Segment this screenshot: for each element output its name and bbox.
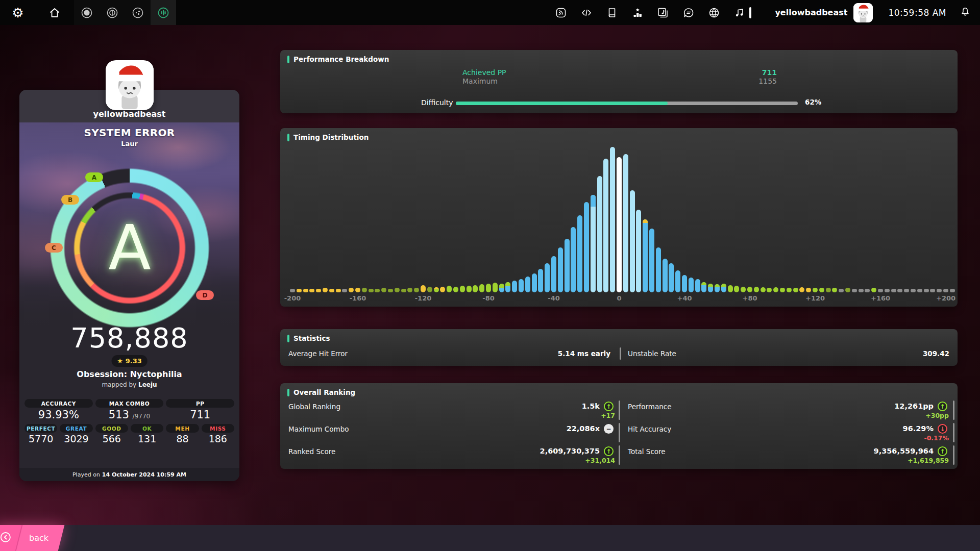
histogram-bar [663, 259, 668, 292]
histogram-bar [669, 263, 674, 292]
username-button[interactable]: yellowbadbeast [775, 8, 847, 17]
divider [953, 445, 954, 465]
judgement-value-good: 566 [95, 433, 128, 444]
histogram-bar [754, 287, 759, 292]
histogram-bar [369, 289, 374, 292]
histogram-bar [558, 247, 563, 292]
histogram-bar [904, 289, 909, 292]
histogram-bar [597, 176, 602, 292]
histogram-bar [741, 287, 746, 292]
trend-same-icon: − [604, 424, 614, 434]
histogram-bar [839, 289, 844, 292]
panel-accent-tick [287, 335, 289, 342]
histogram-bar [924, 289, 929, 292]
judgement-value-ok: 131 [131, 433, 163, 444]
histogram-bar [473, 285, 478, 292]
back-chevron-icon [0, 531, 12, 545]
histogram-bar [467, 286, 472, 292]
histogram-bar [845, 288, 850, 292]
histogram-bar [297, 289, 302, 292]
ranking-value: 9,356,559,964 [780, 447, 934, 455]
axis-tick-label: -160 [350, 294, 366, 302]
histogram-bar [701, 282, 706, 292]
beatmaps-icon[interactable] [650, 0, 676, 25]
chat-icon[interactable] [676, 0, 701, 25]
ruleset-taiko-icon[interactable] [100, 0, 125, 25]
histogram-bar [290, 289, 295, 292]
score-summary-panel: yellowbadbeast SYSTEM ERROR Laur A ABCD … [19, 90, 239, 481]
pp-value: 711 [166, 409, 234, 421]
histogram-bar [381, 288, 386, 292]
notifications-bell-icon[interactable] [960, 6, 971, 19]
user-avatar[interactable] [853, 3, 873, 22]
ranking-label: Ranked Score [288, 447, 335, 456]
histogram-bar [708, 284, 713, 292]
star-icon: ★ [117, 357, 123, 365]
histogram-bar [715, 284, 720, 292]
histogram-bar [407, 288, 412, 292]
now-playing-icon[interactable] [727, 0, 752, 25]
histogram-bar [603, 159, 608, 292]
histogram-bar [493, 283, 498, 292]
home-icon[interactable] [42, 0, 67, 25]
ruleset-selector [74, 0, 176, 25]
ranking-value: 1.5k [447, 402, 600, 410]
histogram-bar [675, 270, 680, 292]
histogram-bar [695, 279, 700, 292]
grade-threshold-badge-D: D [196, 290, 214, 300]
histogram-bar [793, 288, 798, 292]
back-button[interactable]: back [0, 525, 64, 551]
histogram-bar [878, 289, 883, 292]
histogram-bar [832, 288, 837, 292]
histogram-bar [309, 289, 314, 292]
histogram-bar [538, 269, 543, 292]
histogram-bar [329, 289, 334, 292]
histogram-bar [721, 284, 726, 292]
online-users-icon[interactable] [701, 0, 727, 25]
divider [953, 423, 954, 442]
histogram-bar [401, 289, 406, 292]
maximum-pp-value: 1155 [675, 77, 777, 85]
ranking-delta: +1,619,859 [796, 457, 949, 464]
beatmap-title: SYSTEM ERROR [19, 127, 239, 139]
histogram-bar [630, 190, 635, 292]
histogram-bar [375, 289, 380, 292]
histogram-bar [342, 289, 347, 292]
axis-tick-label: -200 [284, 294, 301, 302]
histogram-bar [747, 287, 752, 292]
histogram-bar [447, 286, 452, 292]
ruleset-osu-icon[interactable] [74, 0, 100, 25]
toolbar: ⚙ yellowbadbeast 10:59:58 AM [0, 0, 980, 25]
difficulty-bar [456, 102, 798, 105]
avg-hit-error-label: Average Hit Error [288, 349, 348, 358]
wiki-icon[interactable] [599, 0, 625, 25]
rankings-icon[interactable] [625, 0, 650, 25]
histogram-bar [682, 275, 687, 292]
stat-header-accuracy: ACCURACY [24, 399, 93, 408]
histogram-bar [871, 288, 876, 292]
histogram-bar [859, 289, 864, 292]
clock[interactable]: 10:59:58 AM [888, 8, 946, 18]
ranking-value: 96.29% [780, 424, 934, 433]
player-avatar[interactable] [106, 60, 154, 110]
ruleset-mania-icon[interactable] [151, 0, 176, 25]
judgement-header-ok: OK [131, 424, 163, 433]
histogram-bar [591, 195, 596, 292]
star-rating-badge: ★ 9.33 [111, 355, 148, 367]
timing-distribution-panel: Timing Distribution -200-160-120-80-400+… [280, 128, 958, 307]
news-icon[interactable] [548, 0, 574, 25]
trend-up-icon: ↑ [938, 402, 947, 411]
judgement-header-miss: MISS [202, 424, 234, 433]
changelog-icon[interactable] [574, 0, 599, 25]
back-label: back [19, 533, 61, 543]
grade-letter: A [48, 166, 211, 330]
stat-header-pp: PP [166, 399, 234, 408]
settings-gear-icon[interactable]: ⚙ [5, 0, 31, 25]
results-screen: ⚙ yellowbadbeast 10:59:58 AM [0, 0, 980, 551]
histogram-bar [891, 289, 896, 292]
ranking-value: 22,086x [447, 424, 600, 433]
histogram-bar [865, 289, 870, 292]
panel-title: Overall Ranking [293, 388, 355, 396]
histogram-bar [421, 285, 426, 292]
ruleset-catch-icon[interactable] [125, 0, 151, 25]
